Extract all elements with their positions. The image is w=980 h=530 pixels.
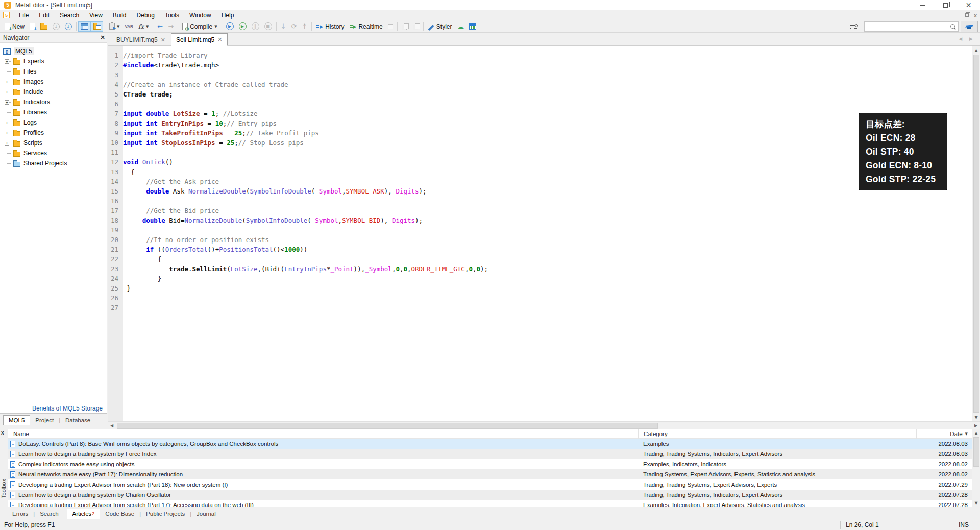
code-line-8[interactable]: 8input int EntryInPips = 10;// Entry pip… [108, 118, 972, 128]
code-line-11[interactable]: 11 [108, 148, 972, 157]
show-terminal-button[interactable] [467, 21, 479, 32]
tab-close-icon[interactable]: ✕ [217, 36, 222, 43]
code-line-25[interactable]: 25 } [108, 283, 972, 293]
toolbox-tab-errors[interactable]: Errors [7, 509, 33, 519]
code-line-9[interactable]: 9input int TakeProfitInPips = 25;// Take… [108, 128, 972, 138]
table-row[interactable]: Learn how to design a trading system by … [8, 490, 972, 500]
code-line-7[interactable]: 7input double LotSize = 1; //Lotsize [108, 109, 972, 118]
toggle-navigator-button[interactable] [78, 21, 91, 32]
expand-plus-icon[interactable]: + [5, 59, 9, 64]
code-line-17[interactable]: 17 //Get the Bid price [108, 206, 972, 215]
menu-edit[interactable]: Edit [34, 10, 55, 20]
code-line-2[interactable]: 2#include<Trade\Trade.mqh> [108, 60, 972, 70]
menu-tools[interactable]: Tools [160, 10, 184, 20]
search-options-button[interactable] [848, 21, 860, 32]
debug-history-button[interactable]: ▶ [224, 21, 236, 32]
toolbox-tab-search[interactable]: Search [35, 509, 63, 519]
sidebar-item-profiles[interactable]: +Profiles [0, 128, 107, 138]
sidebar-item-shared-projects[interactable]: Shared Projects [0, 158, 107, 168]
expand-plus-icon[interactable]: + [5, 121, 9, 125]
profiler-history-button[interactable] [399, 21, 410, 32]
profiler-realtime-button[interactable] [410, 21, 422, 32]
code-line-24[interactable]: 24 } [108, 274, 972, 283]
table-row[interactable]: Developing a trading Expert Advisor from… [8, 479, 972, 490]
editor-tab-sell-limit-mq5[interactable]: Sell Limit.mq5✕ [171, 33, 228, 46]
step-into-button[interactable]: ↓ [278, 21, 289, 32]
code-line-19[interactable]: 19 [108, 225, 972, 235]
restore-icon[interactable] [934, 0, 957, 10]
menu-build[interactable]: Build [108, 10, 132, 20]
menu-file[interactable]: File [14, 10, 34, 20]
code-line-26[interactable]: 26 [108, 293, 972, 303]
sidebar-item-scripts[interactable]: +Scripts [0, 138, 107, 148]
code-line-1[interactable]: 1//import Trade Library [108, 51, 972, 60]
menu-window[interactable]: Window [184, 10, 216, 20]
table-row[interactable]: Developing a trading Expert Advisor from… [8, 500, 972, 507]
mdi-close-icon[interactable]: x [974, 12, 977, 18]
code-line-22[interactable]: 22 { [108, 254, 972, 264]
sidebar-item-logs[interactable]: +Logs [0, 117, 107, 128]
table-row[interactable]: DoEasy. Controls (Part 8): Base WinForms… [8, 439, 972, 449]
get-file-button[interactable]: ↓ [50, 21, 62, 32]
close-icon[interactable]: ✕ [957, 0, 980, 10]
tab-scroll-right-icon[interactable]: ▶ [969, 36, 973, 41]
navigator-close-icon[interactable]: ✕ [99, 34, 107, 41]
scroll-right-icon[interactable]: ▶ [972, 422, 980, 430]
code-line-18[interactable]: 18 double Bid=NormalizeDouble(SymbolInfo… [108, 215, 972, 225]
debug-realtime-button[interactable]: ▶ [236, 21, 249, 32]
code-line-12[interactable]: 12void OnTick() [108, 157, 972, 167]
toolbox-scroll-down-icon[interactable]: ▼ [974, 499, 977, 507]
tab-close-icon[interactable]: ✕ [161, 37, 165, 43]
snippets-button[interactable]: ▼ [107, 21, 122, 32]
code-editor[interactable]: 1//import Trade Library2#include<Trade\T… [108, 46, 972, 421]
help-docs-button[interactable] [961, 21, 978, 32]
toolbox-tab-public-projects[interactable]: Public Projects [141, 509, 190, 519]
toolbox-tab-articles[interactable]: Articles2 [67, 509, 101, 519]
styler-button[interactable]: Styler [425, 21, 455, 32]
toolbox-vertical-scrollbar[interactable]: ▲ ▼ [972, 429, 980, 507]
menu-search[interactable]: Search [55, 10, 84, 20]
expand-plus-icon[interactable]: + [5, 131, 9, 135]
code-line-15[interactable]: 15 double Ask=NormalizeDouble(SymbolInfo… [108, 186, 972, 196]
minimize-icon[interactable] [911, 0, 934, 10]
code-line-16[interactable]: 16 [108, 196, 972, 206]
code-line-20[interactable]: 20 //If no order or position exists [108, 235, 972, 245]
table-row[interactable]: Learn how to design a trading system by … [8, 449, 972, 459]
code-line-13[interactable]: 13 { [108, 167, 972, 177]
code-line-27[interactable]: 27 [108, 303, 972, 312]
expand-plus-icon[interactable]: + [5, 90, 9, 94]
variables-button[interactable]: VAR [122, 21, 135, 32]
sidebar-item-experts[interactable]: +Experts [0, 56, 107, 66]
toolbox-close-icon[interactable]: x [1, 430, 4, 436]
code-line-10[interactable]: 10input int StopLossInPips = 25;// Stop … [108, 138, 972, 148]
document-system-icon[interactable]: 5 [3, 12, 10, 18]
sidebar-item-indicators[interactable]: +Indicators [0, 97, 107, 107]
compile-button[interactable]: Compile ▼ [180, 21, 219, 32]
code-line-14[interactable]: 14 //Get the Ask price [108, 177, 972, 186]
column-header-name[interactable]: Name [8, 429, 638, 439]
expand-plus-icon[interactable]: + [5, 100, 9, 105]
expand-plus-icon[interactable]: + [5, 141, 9, 146]
sidebar-item-include[interactable]: +Include [0, 87, 107, 97]
search-icon[interactable] [950, 23, 956, 30]
sidebar-item-libraries[interactable]: Libraries [0, 107, 107, 117]
toolbox-tab-code-base[interactable]: Code Base [100, 509, 139, 519]
new-button[interactable]: + New [2, 21, 27, 32]
code-line-23[interactable]: 23 trade.SellLimit(LotSize,(Bid+(EntryIn… [108, 264, 972, 274]
step-out-button[interactable]: ↑ [299, 21, 310, 32]
tab-scroll-left-icon[interactable]: ◀ [959, 36, 962, 41]
breakpoint-button[interactable] [385, 21, 396, 32]
menu-view[interactable]: View [84, 10, 108, 20]
code-line-4[interactable]: 4//Create an instance of Ctrade called t… [108, 80, 972, 89]
scroll-down-icon[interactable]: ▼ [972, 413, 980, 421]
column-header-date[interactable]: Date ▼ [916, 429, 972, 439]
step-over-button[interactable]: ⟳ [288, 21, 299, 32]
open-button[interactable] [38, 21, 50, 32]
scroll-up-icon[interactable]: ▲ [972, 46, 980, 54]
search-input[interactable] [865, 23, 950, 30]
navigate-back-button[interactable]: ← [155, 21, 165, 32]
code-line-5[interactable]: 5CTrade trade; [108, 89, 972, 99]
stop-button[interactable]: ■ [262, 21, 275, 32]
mql5-storage-link[interactable]: Benefits of MQL5 Storage [32, 405, 103, 412]
vertical-scroll-thumb[interactable] [973, 55, 979, 413]
